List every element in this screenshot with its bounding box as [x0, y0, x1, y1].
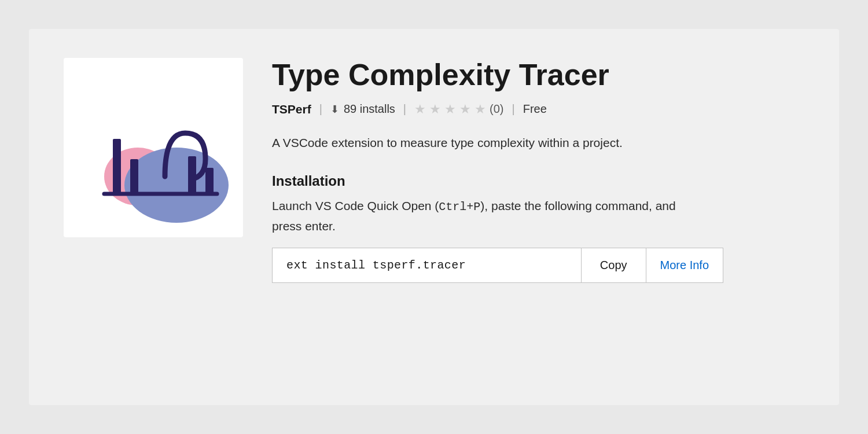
star-2: ★	[429, 102, 441, 117]
keyboard-shortcut: Ctrl+P	[439, 200, 480, 214]
stars-wrapper: ★ ★ ★ ★ ★ (0)	[414, 102, 503, 117]
more-info-link[interactable]: More Info	[646, 248, 723, 282]
svg-rect-4	[130, 159, 138, 194]
install-desc-before: Launch VS Code Quick Open (	[272, 199, 439, 212]
extension-title: Type Complexity Tracer	[272, 58, 804, 93]
meta-row: TSPerf | ⬇ 89 installs | ★ ★ ★ ★ ★ (0) |…	[272, 102, 804, 117]
download-icon: ⬇	[330, 103, 339, 116]
star-5: ★	[475, 102, 486, 117]
logo-svg	[75, 69, 231, 226]
extension-card: Type Complexity Tracer TSPerf | ⬇ 89 ins…	[29, 29, 839, 405]
installation-description: Launch VS Code Quick Open (Ctrl+P), past…	[272, 196, 677, 236]
command-row: ext install tsperf.tracer Copy More Info	[272, 248, 723, 283]
separator-2: |	[403, 102, 406, 116]
extension-logo	[64, 58, 243, 237]
svg-rect-3	[113, 139, 121, 194]
star-4: ★	[459, 102, 471, 117]
installation-heading: Installation	[272, 173, 804, 189]
installs-count: 89 installs	[344, 102, 395, 116]
star-1: ★	[414, 102, 426, 117]
command-text: ext install tsperf.tracer	[273, 248, 581, 282]
svg-rect-6	[205, 168, 214, 194]
price-label: Free	[523, 102, 547, 116]
extension-description: A VSCode extension to measure type compl…	[272, 133, 677, 153]
installs-wrapper: ⬇ 89 installs	[330, 102, 395, 116]
svg-rect-5	[188, 156, 196, 194]
copy-button[interactable]: Copy	[581, 248, 646, 282]
publisher-name: TSPerf	[272, 102, 311, 116]
extension-content: Type Complexity Tracer TSPerf | ⬇ 89 ins…	[272, 58, 804, 283]
separator-1: |	[319, 102, 322, 116]
separator-3: |	[512, 102, 514, 116]
star-3: ★	[444, 102, 456, 117]
rating-count: (0)	[490, 102, 503, 116]
